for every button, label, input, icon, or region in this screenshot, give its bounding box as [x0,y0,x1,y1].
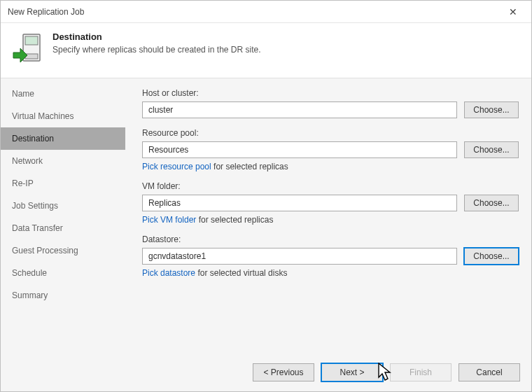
svg-rect-1 [25,36,38,45]
next-button[interactable]: Next > [321,363,383,382]
step-summary[interactable]: Summary [1,284,125,307]
step-name[interactable]: Name [1,83,125,105]
datastore-choose-button[interactable]: Choose... [464,248,519,265]
main-panel: Host or cluster: Choose... Resource pool… [125,78,531,356]
step-virtual-machines[interactable]: Virtual Machines [1,105,125,127]
cancel-button[interactable]: Cancel [458,363,520,382]
pool-label: Resource pool: [142,128,519,138]
pick-vm-folder-link[interactable]: Pick VM folder [142,215,196,225]
wizard-window: New Replication Job ✕ Destination Specif… [0,0,532,392]
folder-label: VM folder: [142,181,519,191]
step-job-settings[interactable]: Job Settings [1,195,125,217]
page-title: Destination [52,31,261,42]
titlebar: New Replication Job ✕ [1,1,531,23]
step-network[interactable]: Network [1,150,125,172]
pool-block: Resource pool: Choose... Pick resource p… [142,128,519,172]
folder-block: VM folder: Choose... Pick VM folder for … [142,181,519,225]
pick-resource-pool-link[interactable]: Pick resource pool [142,162,211,172]
folder-input[interactable] [142,195,457,211]
datastore-link-line: Pick datastore for selected virtual disk… [142,268,519,278]
finish-button: Finish [390,363,451,382]
wizard-steps: Name Virtual Machines Destination Networ… [1,78,125,356]
host-input[interactable] [142,102,457,118]
wizard-footer: < Previous Next > Finish Cancel [1,356,531,391]
folder-choose-button[interactable]: Choose... [464,195,519,211]
pick-datastore-link[interactable]: Pick datastore [142,268,195,278]
datastore-block: Datastore: Choose... Pick datastore for … [142,234,519,278]
datastore-label: Datastore: [142,234,519,244]
host-block: Host or cluster: Choose... [142,88,519,118]
page-subtitle: Specify where replicas should be created… [52,45,261,55]
step-data-transfer[interactable]: Data Transfer [1,217,125,239]
folder-link-line: Pick VM folder for selected replicas [142,215,519,225]
previous-button[interactable]: < Previous [253,363,314,382]
step-schedule[interactable]: Schedule [1,262,125,284]
step-destination[interactable]: Destination [1,127,125,150]
step-re-ip[interactable]: Re-IP [1,172,125,195]
step-guest-processing[interactable]: Guest Processing [1,239,125,262]
folder-link-tail: for selected replicas [196,215,273,225]
destination-icon [12,31,44,64]
pool-choose-button[interactable]: Choose... [464,141,519,158]
datastore-input[interactable] [142,248,457,265]
datastore-link-tail: for selected virtual disks [195,268,287,278]
pool-input[interactable] [142,141,457,158]
host-choose-button[interactable]: Choose... [464,102,519,118]
window-title: New Replication Job [8,7,502,17]
wizard-body: Name Virtual Machines Destination Networ… [1,78,531,356]
host-label: Host or cluster: [142,88,519,98]
close-icon[interactable]: ✕ [502,6,524,18]
pool-link-line: Pick resource pool for selected replicas [142,162,519,172]
pool-link-tail: for selected replicas [211,162,288,172]
wizard-header: Destination Specify where replicas shoul… [1,23,531,78]
